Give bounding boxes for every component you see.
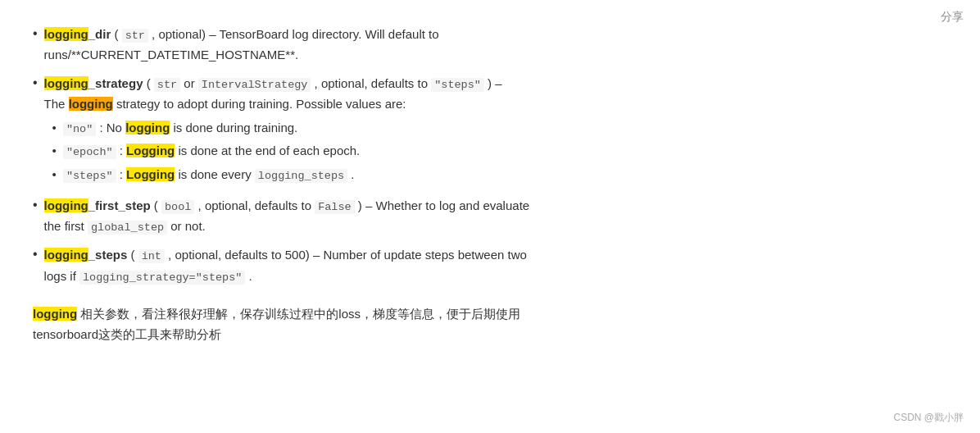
note-text-2: tensorboard这类的工具来帮助分析 (33, 327, 221, 341)
code-steps-val: "steps" (63, 169, 116, 183)
note-section: logging 相关参数，看注释很好理解，保存训练过程中的loss，梯度等信息，… (33, 303, 947, 345)
logging-highlight-no: logging (125, 121, 170, 134)
param-logging-steps-highlight: logging (44, 248, 88, 262)
code-false: False (315, 200, 355, 214)
param-logging-strategy-highlight: logging (44, 76, 88, 90)
line2-before: The (44, 97, 69, 111)
code-str-2: str (154, 78, 180, 92)
note-text-1: 相关参数，看注释很好理解，保存训练过程中的loss，梯度等信息，便于后期使用 (77, 307, 520, 321)
code-bool: bool (161, 200, 194, 214)
code-int: int (138, 249, 165, 263)
csdn-footer: CSDN @戳小胖 (893, 411, 964, 425)
bullet-1: • (33, 26, 38, 41)
sub-list-item: • "steps" : Logging is done every loggin… (52, 165, 947, 185)
line2-after: strategy to adopt during training. Possi… (113, 97, 406, 111)
param-logging-firststep-highlight: logging (44, 198, 88, 212)
sub-item-2: "epoch" : Logging is done at the end of … (63, 141, 360, 162)
li-content-1: logging_dir ( str , optional) – TensorBo… (44, 25, 947, 66)
param-logging-firststep-rest: _first_step (88, 198, 151, 212)
list-item: • logging_strategy ( str or IntervalStra… (33, 74, 947, 188)
logging-orange-highlight: logging (69, 97, 113, 111)
logging-highlight-epoch: Logging (126, 144, 175, 157)
code-str-1: str (122, 29, 148, 43)
sub-list: • "no" : No logging is done during train… (52, 118, 947, 185)
li-content-3: logging_first_step ( bool , optional, de… (44, 196, 947, 238)
sub-list-item: • "no" : No logging is done during train… (52, 118, 947, 139)
sub-list-item: • "epoch" : Logging is done at the end o… (52, 141, 947, 162)
bullet-4: • (33, 247, 38, 262)
param-logging-strategy-rest: _strategy (88, 76, 143, 90)
bullet-3: • (33, 198, 38, 212)
sub-item-3: "steps" : Logging is done every logging_… (63, 165, 355, 185)
list-item: • logging_first_step ( bool , optional, … (33, 196, 947, 238)
sub-bullet-2: • (52, 141, 57, 162)
code-intervalstrategy: IntervalStrategy (198, 78, 311, 92)
param-logging-steps-rest: _steps (88, 248, 128, 262)
li-content-4: logging_steps ( int , optional, defaults… (44, 245, 947, 287)
doc-container: • logging_dir ( str , optional) – Tensor… (25, 16, 955, 362)
note-logging-highlight: logging (33, 307, 77, 321)
code-epoch: "epoch" (63, 145, 116, 159)
logging-highlight-steps: Logging (126, 167, 175, 181)
share-button[interactable]: 分享 (941, 10, 964, 25)
param-signature-2: ( str or IntervalStrategy , optional, de… (147, 76, 502, 90)
code-no: "no" (63, 122, 96, 136)
code-steps-default: "steps" (431, 78, 484, 92)
param-logging-dir-highlight: logging (44, 27, 88, 41)
param-logging-dir-rest: _dir (88, 27, 111, 41)
code-strategy-steps: logging_strategy="steps" (79, 271, 245, 285)
code-logging-steps-ref: logging_steps (255, 169, 347, 183)
sub-item-1: "no" : No logging is done during trainin… (63, 118, 297, 139)
sub-bullet-1: • (52, 118, 57, 139)
li-content-2: logging_strategy ( str or IntervalStrate… (44, 74, 947, 188)
list-item: • logging_steps ( int , optional, defaul… (33, 245, 947, 287)
bullet-2: • (33, 75, 38, 90)
list-item: • logging_dir ( str , optional) – Tensor… (33, 25, 947, 66)
code-global-step: global_step (88, 221, 167, 235)
sub-bullet-3: • (52, 165, 57, 185)
main-list: • logging_dir ( str , optional) – Tensor… (33, 25, 947, 287)
